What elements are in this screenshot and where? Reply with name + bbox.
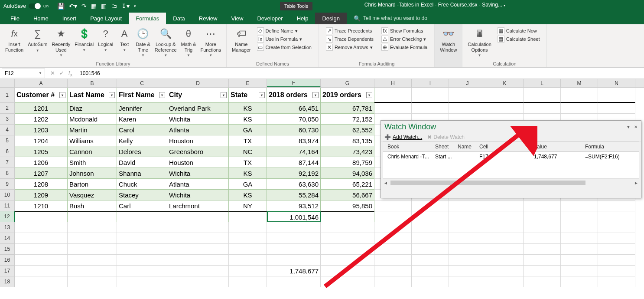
cell[interactable] [321, 211, 374, 222]
cell[interactable]: 1206 [15, 157, 68, 168]
cell[interactable] [561, 103, 598, 114]
row-header[interactable]: 11 [0, 200, 15, 211]
cell[interactable] [117, 211, 167, 222]
lookup-button[interactable]: 🔍Lookup & Reference▼ [153, 26, 179, 58]
cell[interactable]: 74,164 [267, 146, 321, 157]
cell[interactable]: 1207 [15, 168, 68, 179]
row-header[interactable]: 4 [0, 125, 15, 135]
row-header[interactable]: 5 [0, 135, 15, 146]
cell[interactable] [374, 200, 412, 211]
cell[interactable] [449, 88, 486, 103]
row-header[interactable]: 15 [0, 244, 15, 255]
tab-insert[interactable]: Insert [55, 13, 84, 24]
tell-me-search[interactable]: 🔍 Tell me what you want to do [354, 15, 427, 22]
cell[interactable]: 66,451 [267, 103, 321, 114]
cell[interactable]: 1202 [15, 114, 68, 125]
cell[interactable] [117, 266, 167, 276]
row-header[interactable]: 6 [0, 146, 15, 157]
cell[interactable] [412, 276, 449, 287]
cell[interactable] [15, 276, 68, 287]
col-header[interactable]: M [561, 79, 598, 87]
cell[interactable]: Overland Park [167, 103, 229, 114]
cell[interactable]: 72,152 [321, 114, 374, 125]
close-icon[interactable]: ✕ [634, 125, 637, 129]
cell[interactable]: 94,036 [321, 168, 374, 179]
cell[interactable] [321, 276, 374, 287]
dropdown-icon[interactable]: ▼ [626, 125, 631, 129]
save-icon[interactable]: 💾 [57, 3, 65, 10]
more-functions-button[interactable]: ⋯More Functions▼ [198, 26, 223, 58]
col-header[interactable]: K [486, 79, 524, 87]
math-button[interactable]: θMath & Trig▼ [179, 26, 198, 58]
calculation-options-button[interactable]: 🖩Calculation Options▼ [466, 26, 493, 58]
remove-arrows-button[interactable]: ✕Remove Arrows ▾ [324, 43, 375, 51]
cell[interactable] [68, 233, 117, 244]
cell[interactable] [374, 276, 412, 287]
cell[interactable] [321, 255, 374, 266]
row-header[interactable]: 1 [0, 88, 15, 103]
tab-design[interactable]: Design [315, 13, 346, 24]
watch-scrollbar[interactable]: ◄ ► [383, 180, 639, 186]
tab-formulas[interactable]: Formulas [129, 13, 166, 24]
watch-row[interactable]: Chris Menard -Ta... Start ... F17 1,748,… [383, 152, 639, 161]
cell[interactable] [229, 266, 267, 276]
cell[interactable] [598, 244, 635, 255]
autosum-button[interactable]: ∑AutoSum▼ [26, 26, 49, 53]
cell[interactable] [561, 266, 598, 276]
cell[interactable] [167, 255, 229, 266]
row-header[interactable]: 18 [0, 276, 15, 287]
cell[interactable]: Chuck [117, 179, 167, 190]
cell[interactable]: Bush [68, 200, 117, 211]
qat-icon[interactable]: ↧▾ [121, 3, 130, 10]
cell[interactable]: 83,974 [267, 135, 321, 146]
row-header[interactable]: 12 [0, 211, 15, 222]
cell[interactable]: Stacey [117, 190, 167, 200]
cell[interactable] [167, 276, 229, 287]
cell[interactable]: KS [229, 190, 267, 200]
col-header[interactable]: E [229, 79, 267, 87]
create-from-selection-button[interactable]: ▭Create from Selection [255, 43, 313, 51]
cell[interactable]: Houston [167, 157, 229, 168]
col-header[interactable]: F [267, 79, 321, 87]
cell[interactable] [68, 222, 117, 233]
cell[interactable] [68, 255, 117, 266]
cell[interactable] [561, 255, 598, 266]
cell[interactable]: 1203 [15, 125, 68, 135]
calculate-sheet-button[interactable]: ▤Calculate Sheet [496, 35, 542, 43]
cell[interactable] [524, 103, 561, 114]
col-header[interactable]: A [15, 79, 68, 87]
col-header[interactable]: B [68, 79, 117, 87]
cell[interactable]: Barton [68, 179, 117, 190]
cell[interactable]: Cannon [68, 146, 117, 157]
cell[interactable] [229, 255, 267, 266]
filter-button[interactable]: ▾ [59, 92, 65, 98]
cell[interactable] [561, 222, 598, 233]
cell[interactable]: Shanna [117, 168, 167, 179]
calculate-now-button[interactable]: ▦Calculate Now [496, 27, 542, 35]
cell[interactable] [524, 200, 561, 211]
cell[interactable]: David [117, 157, 167, 168]
filter-button[interactable]: ▾ [366, 92, 372, 98]
col-header[interactable]: D [167, 79, 229, 87]
add-watch-button[interactable]: ➕Add Watch... [384, 134, 422, 140]
cell[interactable] [117, 222, 167, 233]
recently-used-button[interactable]: ★Recently Used▼ [50, 26, 72, 58]
cell[interactable]: GA [229, 179, 267, 190]
cell[interactable]: 1205 [15, 146, 68, 157]
cell[interactable]: 60,730 [267, 125, 321, 135]
cell[interactable] [598, 255, 635, 266]
cell[interactable] [449, 200, 486, 211]
row-header[interactable]: 3 [0, 114, 15, 125]
col-header[interactable]: I [412, 79, 449, 87]
cell[interactable] [524, 244, 561, 255]
cell[interactable] [15, 233, 68, 244]
qat-icon[interactable]: ▦ [91, 3, 97, 10]
cell[interactable] [267, 233, 321, 244]
qat-icon[interactable]: 🗂 [111, 3, 117, 10]
filter-button[interactable]: ▾ [312, 92, 319, 98]
cell[interactable] [524, 266, 561, 276]
cell[interactable]: Mcdonald [68, 114, 117, 125]
filter-button[interactable]: ▾ [259, 92, 265, 98]
cell[interactable]: State▾ [229, 88, 267, 103]
tab-page-layout[interactable]: Page Layout [83, 13, 129, 24]
